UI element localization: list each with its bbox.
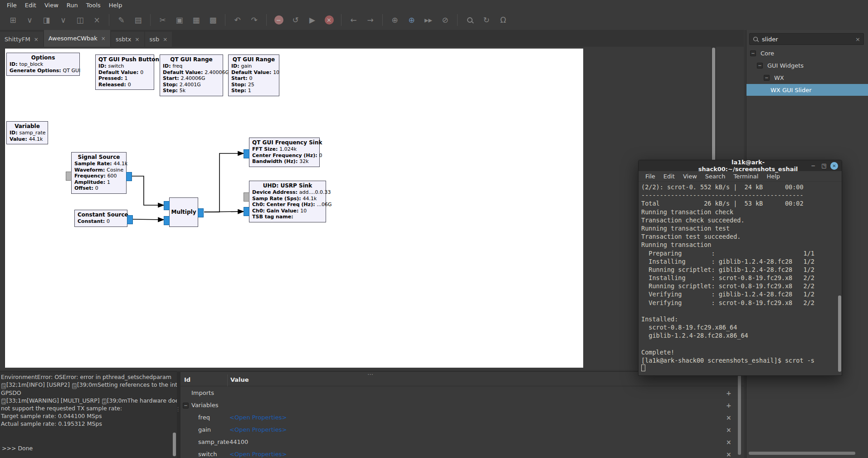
tab-ssb[interactable]: ssb× — [145, 32, 172, 47]
terminal-output[interactable]: (2/2): scrot-0. 552 kB/s | 24 kB 00:00--… — [641, 183, 835, 374]
sidebar-horizontal-scrollbar[interactable] — [749, 452, 862, 456]
tab-shittyfm[interactable]: ShittyFM× — [0, 32, 43, 47]
connection-wire[interactable] — [132, 219, 164, 220]
message-port[interactable] — [244, 192, 249, 202]
delete-icon[interactable]: ▩ — [207, 14, 219, 26]
expander-minus-icon[interactable]: − — [764, 75, 770, 81]
paste-icon[interactable]: ▦ — [190, 14, 202, 26]
menu-tools[interactable]: Tools — [82, 1, 105, 10]
remove-row-icon[interactable]: × — [726, 426, 731, 433]
panel-splitter[interactable] — [177, 371, 180, 458]
open-flowgraph-icon[interactable]: ◨ — [40, 14, 53, 26]
show-variables-globe-icon[interactable]: ⊕ — [405, 14, 418, 26]
generate-icon[interactable]: ↺ — [289, 14, 302, 26]
terminal-menu-help[interactable]: Help — [762, 173, 784, 180]
new-dropdown-chevron-icon[interactable]: ∨ — [24, 14, 36, 26]
back-icon[interactable]: ← — [347, 14, 360, 26]
block-qt_gui_push_button[interactable]: QT GUI Push ButtonID: switchDefault Valu… — [95, 54, 154, 90]
save-icon[interactable]: ◫ — [74, 14, 86, 26]
stream-port[interactable] — [126, 172, 132, 181]
minimize-icon[interactable]: − — [808, 163, 819, 169]
errors-icon[interactable]: − — [273, 14, 285, 26]
tree-item-core[interactable]: −Core — [746, 47, 868, 59]
terminal-scrollbar-thumb[interactable] — [838, 295, 841, 372]
menu-help[interactable]: Help — [105, 1, 127, 10]
forward-icon[interactable]: → — [364, 14, 376, 26]
terminal-menu-search[interactable]: Search — [701, 173, 730, 180]
new-flowgraph-icon[interactable]: ⊞ — [7, 14, 19, 26]
execute-icon[interactable]: ▶ — [306, 14, 318, 26]
tab-ssbtx[interactable]: ssbtx× — [111, 32, 144, 47]
connection-wire[interactable] — [131, 176, 164, 205]
block-signal_source[interactable]: Signal SourceSample Rate: 44.1kWaveform:… — [71, 152, 127, 194]
remove-row-icon[interactable]: × — [726, 451, 731, 458]
find-block-icon[interactable] — [463, 14, 476, 26]
menu-run[interactable]: Run — [63, 1, 82, 10]
sidebar-scrollbar-thumb[interactable] — [749, 452, 855, 455]
block-qt_gui_range_freq[interactable]: QT GUI RangeID: freqDefault Value: 2.400… — [160, 54, 223, 96]
connection-wire[interactable] — [204, 153, 244, 212]
terminal-menu-view[interactable]: View — [679, 173, 701, 180]
stream-port[interactable] — [198, 208, 204, 217]
open-properties-link[interactable]: <Open Properties> — [229, 451, 287, 458]
tab-close-icon[interactable]: × — [163, 36, 167, 43]
terminal-menu-terminal[interactable]: Terminal — [729, 173, 762, 180]
reload-blocks-icon[interactable]: ↻ — [480, 14, 493, 26]
variables-vertical-scrollbar[interactable] — [737, 375, 741, 457]
block-options[interactable]: OptionsID: top_blockGenerate Options: QT… — [6, 53, 80, 76]
terminal-menu-file[interactable]: File — [641, 173, 659, 180]
variable-row-gain[interactable]: gain<Open Properties>× — [180, 424, 736, 436]
block-multiply[interactable]: Multiply — [169, 197, 198, 227]
redo-icon[interactable]: ↷ — [248, 14, 260, 26]
flowgraph-canvas[interactable]: OptionsID: top_blockGenerate Options: QT… — [5, 49, 583, 368]
stream-port[interactable] — [127, 215, 133, 224]
hide-variables-globe-icon[interactable]: ⊕ — [389, 14, 401, 26]
clear-search-icon[interactable]: × — [855, 36, 860, 43]
variable-row-samp_rate[interactable]: samp_rate44100× — [180, 436, 736, 448]
add-row-icon[interactable]: + — [726, 402, 731, 409]
open-dropdown-chevron-icon[interactable]: ∨ — [57, 14, 69, 26]
block-search-input[interactable]: slider × — [749, 33, 864, 45]
variable-row-variables[interactable]: −Variables+ — [180, 399, 736, 412]
message-port[interactable] — [66, 172, 72, 181]
stream-port[interactable] — [164, 201, 170, 210]
tab-awesomecwbak[interactable]: AwesomeCWbak× — [44, 30, 110, 47]
stream-port[interactable] — [164, 216, 170, 225]
copy-icon[interactable]: ▣ — [173, 14, 185, 26]
tab-close-icon[interactable]: × — [34, 36, 39, 43]
tab-close-icon[interactable]: × — [135, 36, 139, 43]
variable-row-switch[interactable]: switch<Open Properties>× — [180, 448, 736, 458]
tree-item-wx-gui-slider[interactable]: WX GUI Slider — [746, 84, 868, 96]
stream-port[interactable] — [244, 207, 249, 216]
parser-errors-icon[interactable]: Ω — [497, 14, 509, 26]
tree-item-gui-widgets[interactable]: −GUI Widgets — [746, 59, 868, 71]
close-window-icon[interactable]: ✕ — [830, 162, 838, 170]
kill-icon[interactable]: ✕ — [323, 14, 335, 26]
block-variable_samp_rate[interactable]: VariableID: samp_rateValue: 44.1k — [6, 121, 48, 144]
cut-icon[interactable]: ✂ — [156, 14, 169, 26]
connection-wire[interactable] — [204, 212, 244, 212]
tree-item-wx[interactable]: −WX — [746, 72, 868, 84]
undo-icon[interactable]: ↶ — [231, 14, 244, 26]
expander-minus-icon[interactable]: − — [757, 63, 763, 69]
open-properties-link[interactable]: <Open Properties> — [229, 414, 287, 421]
terminal-titlebar[interactable]: la1k@ark-shack00:~/screenshots_eshail − … — [639, 160, 842, 171]
menu-file[interactable]: File — [3, 1, 21, 10]
edit-icon[interactable]: ✎ — [115, 14, 127, 26]
remove-row-icon[interactable]: × — [726, 414, 731, 421]
terminal-window[interactable]: la1k@ark-shack00:~/screenshots_eshail − … — [638, 160, 842, 376]
terminal-menu-edit[interactable]: Edit — [659, 173, 679, 180]
close-flowgraph-icon[interactable]: × — [91, 14, 103, 26]
menu-edit[interactable]: Edit — [21, 1, 40, 10]
remove-row-icon[interactable]: × — [726, 438, 731, 446]
add-row-icon[interactable]: + — [726, 389, 731, 397]
print-icon[interactable]: ▤ — [132, 14, 144, 26]
menu-view[interactable]: View — [40, 1, 63, 10]
disable-blocks-icon[interactable]: ⊘ — [439, 14, 451, 26]
restore-icon[interactable]: ◳ — [819, 163, 829, 169]
block-constant_source[interactable]: Constant SourceConstant: 0 — [74, 210, 127, 227]
stream-port[interactable] — [244, 149, 249, 158]
variables-scrollbar-thumb[interactable] — [738, 375, 741, 455]
terminal-vertical-scrollbar[interactable] — [838, 183, 842, 374]
variable-row-freq[interactable]: freq<Open Properties>× — [180, 412, 736, 424]
